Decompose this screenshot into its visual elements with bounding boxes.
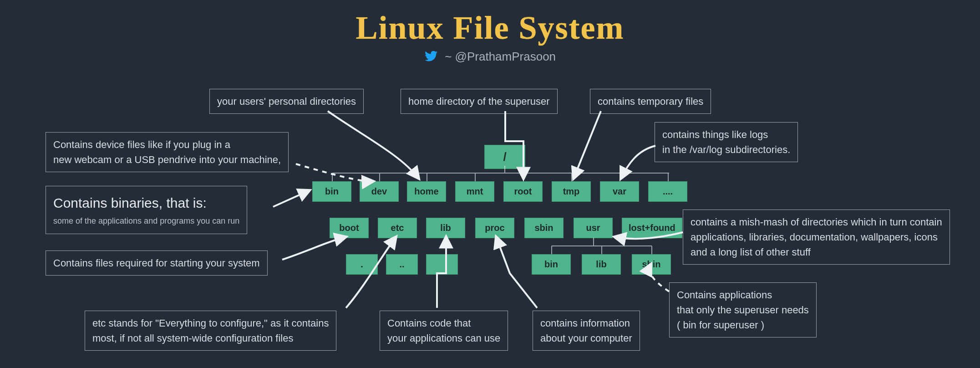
diagram-title: Linux File System bbox=[0, 9, 980, 47]
dir-lostfound: lost+found bbox=[622, 218, 682, 238]
note-dev: Contains device files like if you plug i… bbox=[46, 132, 289, 172]
note-tmp-text: contains temporary files bbox=[598, 96, 703, 107]
dir-mnt: mnt bbox=[455, 181, 494, 202]
dir-root: / bbox=[484, 145, 525, 169]
dir-usr-lib: lib bbox=[582, 254, 621, 275]
dir-blank bbox=[426, 254, 458, 275]
dir-boot: boot bbox=[330, 218, 369, 238]
dir-usr-sbin: sbin bbox=[632, 254, 671, 275]
dir-usr-bin: bin bbox=[532, 254, 571, 275]
note-proc-l2: about your computer bbox=[540, 332, 632, 344]
note-bin-big: Contains binaries, that is: bbox=[53, 193, 239, 213]
note-sbin-l2: that only the superuser needs bbox=[677, 304, 809, 316]
dir-etc: etc bbox=[378, 218, 417, 238]
note-sbin-l1: Contains applications bbox=[677, 289, 772, 301]
note-sbin-l3: ( bin for superuser ) bbox=[677, 319, 764, 331]
note-proc-l1: contains information bbox=[540, 317, 630, 329]
note-proc: contains information about your computer bbox=[533, 311, 640, 351]
note-bin-small: some of the applications and programs yo… bbox=[53, 215, 239, 227]
dir-var: var bbox=[600, 181, 639, 202]
note-etc-l1: etc stands for "Everything to configure,… bbox=[92, 317, 329, 329]
note-usr: contains a mish-mash of directories whic… bbox=[683, 210, 950, 265]
diagram-stage: Linux File System ~ @PrathamPrasoon / bi… bbox=[0, 0, 980, 368]
dir-home: home bbox=[407, 181, 446, 202]
dir-bin: bin bbox=[312, 181, 351, 202]
byline: ~ @PrathamPrasoon bbox=[0, 49, 980, 66]
note-tmp: contains temporary files bbox=[590, 89, 711, 114]
dir-usr: usr bbox=[574, 218, 613, 238]
note-var-l2: in the /var/log subdirectories. bbox=[662, 144, 790, 155]
note-etc-l2: most, if not all system-wide configurati… bbox=[92, 332, 293, 344]
dir-root-dir: root bbox=[503, 181, 543, 202]
dir-sbin: sbin bbox=[524, 218, 564, 238]
note-lib: Contains code that your applications can… bbox=[380, 311, 508, 351]
note-bin: Contains binaries, that is: some of the … bbox=[46, 186, 247, 234]
byline-handle: @PrathamPrasoon bbox=[455, 50, 556, 63]
note-home: your users' personal directories bbox=[209, 89, 364, 114]
dir-dot: . bbox=[346, 254, 378, 275]
note-var-l1: contains things like logs bbox=[662, 129, 768, 140]
note-rootdir: home directory of the superuser bbox=[401, 89, 558, 114]
note-home-text: your users' personal directories bbox=[217, 96, 356, 107]
note-lib-l1: Contains code that bbox=[387, 317, 471, 329]
dir-tmp: tmp bbox=[552, 181, 591, 202]
note-etc: etc stands for "Everything to configure,… bbox=[85, 311, 336, 351]
dir-proc: proc bbox=[475, 218, 514, 238]
note-usr-l3: and a long list of other stuff bbox=[691, 246, 811, 258]
note-boot: Contains files required for starting you… bbox=[46, 250, 268, 276]
twitter-icon bbox=[424, 49, 438, 66]
dir-more: .... bbox=[648, 181, 687, 202]
note-boot-text: Contains files required for starting you… bbox=[53, 257, 260, 269]
byline-prefix: ~ bbox=[445, 50, 455, 63]
note-sbin: Contains applications that only the supe… bbox=[669, 282, 817, 337]
note-dev-l2: new webcam or a USB pendrive into your m… bbox=[53, 154, 281, 165]
note-dev-l1: Contains device files like if you plug i… bbox=[53, 139, 230, 150]
note-usr-l2: applications, libraries, documentation, … bbox=[691, 231, 938, 243]
note-var: contains things like logs in the /var/lo… bbox=[655, 122, 798, 162]
note-usr-l1: contains a mish-mash of directories whic… bbox=[691, 216, 942, 228]
dir-dev: dev bbox=[360, 181, 399, 202]
note-lib-l2: your applications can use bbox=[387, 332, 500, 344]
note-rootdir-text: home directory of the superuser bbox=[408, 96, 550, 107]
dir-lib: lib bbox=[426, 218, 465, 238]
dir-dotdot: .. bbox=[386, 254, 418, 275]
